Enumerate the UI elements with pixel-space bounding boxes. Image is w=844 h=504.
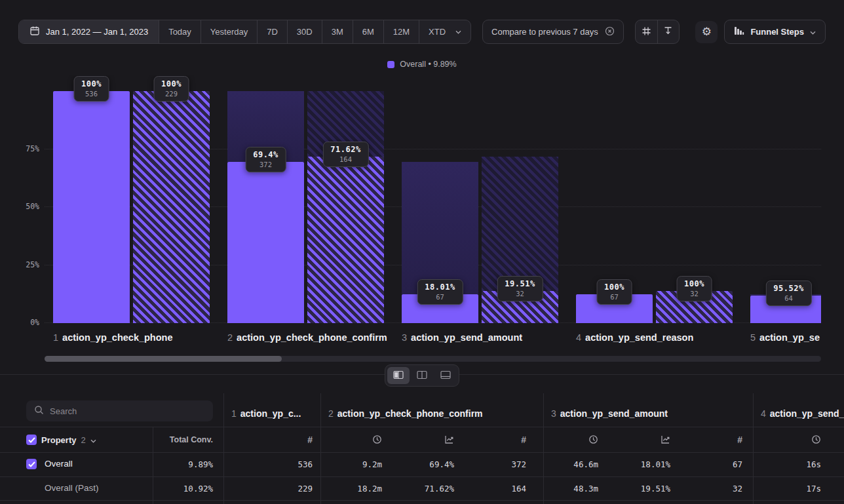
metric-conversion-header[interactable] [655,435,670,447]
funnel-bar-step1-past[interactable] [133,91,210,323]
conversion-icon [661,435,670,447]
row-checkbox[interactable] [26,459,37,469]
property-count: 2 [81,435,85,445]
step-labels: 1action_yp_check_phone2action_yp_check_p… [45,332,844,348]
bar-value-chip: 100%536 [73,76,109,102]
metric-value: 164 [454,484,526,494]
bar-value-chip: 71.62%164 [322,142,368,167]
step-label-2[interactable]: 2action_yp_check_phone_confirm [227,332,387,343]
preset-12m[interactable]: 12M [383,20,419,43]
anchor-toggle-button[interactable] [657,20,679,43]
preset-xtd[interactable]: XTD [419,20,470,43]
step-label-4[interactable]: 4action_yp_send_reason [576,332,693,343]
y-tick-label: 25% [14,260,39,269]
measurement-label: Funnel Steps [750,27,804,37]
metric-conversion-header[interactable] [438,435,454,447]
metric-value: 46.6m [526,459,598,469]
time-icon [811,435,821,447]
view-toggle-group [385,364,459,387]
metric-time-header[interactable] [583,435,598,447]
split-view-button[interactable] [387,367,410,384]
chart-view-button[interactable] [411,367,433,384]
y-tick-label: 0% [14,318,39,327]
date-range-button[interactable]: Jan 1, 2022 — Jan 1, 2023 [19,20,159,43]
hash-icon: # [737,435,742,445]
toolbar: Jan 1, 2022 — Jan 1, 2023 TodayYesterday… [18,20,826,44]
preset-yesterday[interactable]: Yesterday [201,20,257,43]
search-icon [34,405,44,417]
bar-value-chip: 100%32 [676,276,712,301]
metric-time-header[interactable] [366,435,382,447]
table-col-header-3[interactable]: 3action_yp_send_amount [551,408,668,419]
metric-value: 71.62% [382,484,454,494]
preset-7d[interactable]: 7D [257,20,287,43]
chart-scrollbar-thumb[interactable] [45,356,282,362]
close-circle-icon[interactable] [605,26,615,38]
table-row[interactable]: Overall (Past)10.92%22918.2m71.62%16448.… [0,476,844,500]
row-divider [0,427,844,427]
table-col-header-2[interactable]: 2action_yp_check_phone_confirm [328,408,483,419]
search-box[interactable] [26,400,213,421]
metric-time-header[interactable] [805,435,821,447]
grid-icon [642,26,651,38]
metric-value: 9.2m [310,459,382,469]
funnel-bar-step2-past[interactable] [307,157,384,323]
metric-count-header[interactable]: # [727,435,742,445]
row-divider [0,500,844,501]
preset-3m[interactable]: 3M [322,20,353,43]
time-icon [372,435,382,447]
funnel-ghost-step3 [402,162,478,294]
metric-count-header[interactable]: # [297,435,313,445]
funnel-bar-step2-current[interactable] [227,162,304,323]
step-label-3[interactable]: 3action_yp_send_amount [402,332,522,343]
preset-today[interactable]: Today [159,20,201,43]
step-label-5[interactable]: 5action_yp_se [750,332,820,343]
compare-filter-chip[interactable]: Compare to previous 7 days [482,20,624,44]
metric-value: 16s [749,459,821,469]
funnel-plot: 100%536100%22969.4%37271.62%16418.01%671… [45,75,821,323]
chart-legend: Overall • 9.89% [0,60,844,69]
search-input[interactable] [50,406,205,416]
split-view-icon [393,370,404,381]
bar-value-chip: 100%67 [596,279,632,305]
metric-value: 19.51% [598,484,670,494]
preset-30d[interactable]: 30D [287,20,322,43]
table-col-header-4[interactable]: 4action_yp_send_reason [761,408,844,419]
time-icon [588,435,598,447]
row-label: Overall [45,459,73,469]
metric-value: 17s [749,484,821,494]
metric-value: 18.2m [310,484,382,494]
metric-count-header[interactable]: # [510,435,526,445]
legend-swatch [387,61,394,68]
funnel-ghost-step3 [482,157,558,290]
metric-value: 229 [240,484,313,494]
hash-icon: # [521,435,526,445]
metric-value: 536 [240,459,313,469]
bar-value-chip: 18.01%67 [417,279,463,305]
step-label-1[interactable]: 1action_yp_check_phone [53,332,173,343]
table-col-header-1[interactable]: 1action_yp_c... [231,408,301,419]
metric-value: 69.4% [382,459,454,469]
chart-view-icon [417,370,427,381]
grid-toggle-button[interactable] [636,20,657,43]
property-checkbox[interactable] [26,435,37,445]
settings-button[interactable]: ⚙ [695,21,718,43]
anchor-icon [663,26,673,38]
table-view-button[interactable] [434,367,457,384]
preset-6m[interactable]: 6M [353,20,383,43]
total-conv-value: 10.92% [141,484,213,494]
total-conv-value: 9.89% [141,459,213,469]
property-selector[interactable]: Property 2 [26,434,96,446]
funnel-bars-icon [734,26,744,37]
chart-scrollbar[interactable] [45,356,821,362]
toolbar-right: ⚙ Funnel Steps [695,20,826,44]
row-label: Overall (Past) [45,483,99,493]
table-row[interactable]: Overall9.89%5369.2m69.4%37246.6m18.01%67… [0,452,844,476]
metric-value: 18.01% [598,459,670,469]
bar-value-chip: 69.4%372 [245,147,286,172]
chevron-down-icon [90,434,96,446]
bar-value-chip: 95.52%64 [765,281,811,306]
measurement-selector[interactable]: Funnel Steps [724,20,826,44]
y-tick-label: 50% [14,202,39,211]
funnel-bar-step1-current[interactable] [53,91,130,323]
